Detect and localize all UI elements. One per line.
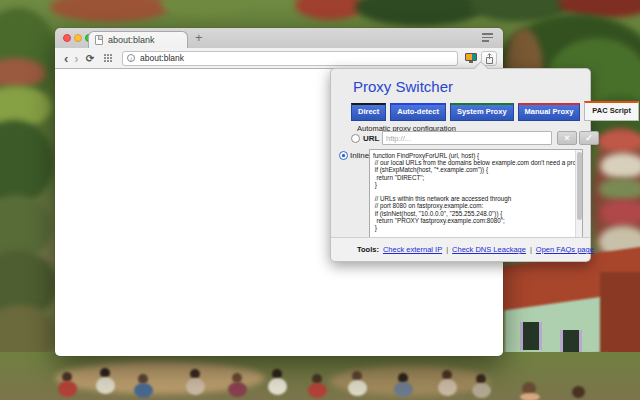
- popup-footer: Tools: Check external IP | Check DNS Lea…: [331, 237, 590, 261]
- tab-pac-script[interactable]: PAC Script: [584, 101, 639, 121]
- url-text: about:blank: [140, 53, 184, 63]
- minimize-button[interactable]: [74, 34, 82, 42]
- wallpaper-house-window: [520, 322, 542, 350]
- new-tab-button[interactable]: +: [195, 30, 203, 45]
- inline-radio-label: Inline: [350, 151, 369, 160]
- wallpaper-figure: [348, 380, 367, 396]
- wallpaper-figure: [58, 381, 77, 397]
- apps-grid-icon[interactable]: [104, 54, 112, 62]
- clear-url-button[interactable]: ×: [557, 131, 577, 145]
- apply-url-button[interactable]: ✓: [579, 131, 599, 145]
- tab-about-blank[interactable]: about:blank: [88, 31, 188, 48]
- proxy-switcher-popup: Proxy Switcher Direct Auto-detect System…: [330, 68, 591, 262]
- tab-strip: about:blank +: [55, 28, 503, 48]
- wallpaper-shape: [50, 0, 170, 22]
- url-radio[interactable]: [351, 134, 360, 143]
- close-button[interactable]: [63, 34, 71, 42]
- monitor-stand-icon: [469, 61, 473, 63]
- link-separator: |: [530, 245, 532, 254]
- tab-system-proxy[interactable]: System Proxy: [450, 103, 514, 121]
- address-bar[interactable]: i about:blank: [122, 51, 458, 66]
- wallpaper-shape: [600, 200, 640, 226]
- page-favicon-icon: [95, 35, 103, 45]
- proxy-mode-tabs: Direct Auto-detect System Proxy Manual P…: [351, 101, 639, 121]
- forward-button[interactable]: ›: [74, 52, 78, 65]
- wallpaper-figure: [96, 377, 115, 394]
- tab-manual-proxy[interactable]: Manual Proxy: [518, 103, 581, 121]
- tab-auto-detect[interactable]: Auto-detect: [390, 103, 446, 121]
- wallpaper-house-roof: [600, 272, 640, 357]
- monitor-icon: [465, 53, 477, 61]
- wallpaper-shape: [596, 130, 640, 152]
- wallpaper-shape: [295, 0, 365, 20]
- wallpaper-figure: [394, 382, 413, 397]
- textarea-scrollbar[interactable]: [575, 150, 582, 238]
- pac-url-input[interactable]: [382, 131, 552, 145]
- popup-title: Proxy Switcher: [353, 78, 453, 95]
- pac-script-code: function FindProxyForURL (url, host) { /…: [373, 152, 573, 239]
- pac-script-textarea[interactable]: function FindProxyForURL (url, host) { /…: [369, 149, 583, 239]
- wallpaper-shape: [355, 0, 485, 26]
- wallpaper-shape: [0, 120, 54, 205]
- tab-title: about:blank: [108, 35, 155, 45]
- tab-direct[interactable]: Direct: [351, 103, 386, 121]
- wallpaper-figure: [308, 383, 327, 398]
- tools-label: Tools:: [357, 245, 379, 254]
- menu-icon[interactable]: [482, 33, 493, 44]
- wallpaper-figure: [186, 378, 205, 395]
- inline-radio[interactable]: [339, 151, 348, 160]
- page-info-icon[interactable]: i: [127, 54, 135, 62]
- share-icon: [485, 53, 494, 64]
- wallpaper-figure: [472, 383, 491, 398]
- reload-button[interactable]: ⟳: [86, 53, 94, 64]
- wallpaper-figure: [520, 393, 540, 400]
- check-external-ip-link[interactable]: Check external IP: [383, 245, 442, 254]
- browser-toolbar: ‹ › ⟳ i about:blank: [55, 48, 503, 69]
- wallpaper-figure: [572, 386, 585, 398]
- wallpaper-shape: [598, 178, 640, 200]
- back-button[interactable]: ‹: [64, 52, 68, 65]
- wallpaper-figure: [134, 383, 153, 398]
- open-faqs-link[interactable]: Open FAQs page: [536, 245, 594, 254]
- wallpaper-shape: [160, 0, 250, 16]
- wallpaper-figure: [438, 379, 457, 396]
- scrollbar-thumb[interactable]: [577, 152, 582, 220]
- url-radio-label: URL: [363, 134, 379, 143]
- wallpaper-shape: [600, 153, 640, 179]
- check-dns-leakage-link[interactable]: Check DNS Leackage: [452, 245, 526, 254]
- wallpaper-figure: [268, 378, 287, 395]
- wallpaper-figure: [228, 382, 247, 397]
- link-separator: |: [446, 245, 448, 254]
- desktop: about:blank + ‹ › ⟳ i about:blank: [0, 0, 640, 400]
